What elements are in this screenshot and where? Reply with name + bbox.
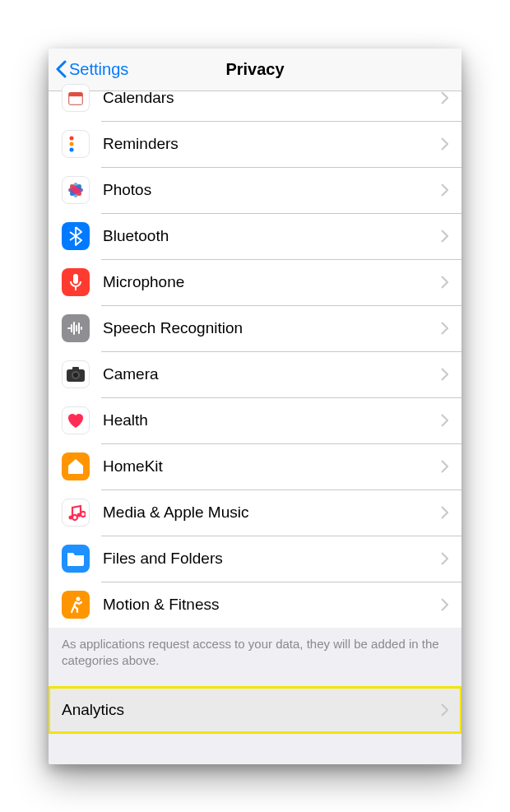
row-calendars[interactable]: Calendars	[49, 75, 461, 121]
row-label: Media & Apple Music	[103, 503, 428, 522]
row-label: Reminders	[103, 135, 428, 153]
chevron-right-icon	[441, 276, 448, 289]
row-label: Health	[103, 411, 428, 429]
chevron-right-icon	[441, 91, 448, 104]
svg-rect-1	[69, 92, 83, 96]
chevron-right-icon	[441, 137, 448, 151]
row-microphone[interactable]: Microphone	[49, 259, 461, 305]
health-icon	[62, 406, 90, 434]
chevron-right-icon	[441, 322, 448, 335]
homekit-icon	[62, 452, 90, 480]
row-speech-recognition[interactable]: Speech Recognition	[49, 305, 461, 351]
calendar-icon	[62, 84, 90, 112]
row-analytics[interactable]: Analytics	[49, 687, 461, 733]
privacy-permissions-list: Calendars Reminders	[49, 75, 461, 628]
chevron-right-icon	[441, 183, 448, 197]
row-motion-fitness[interactable]: Motion & Fitness	[49, 582, 461, 628]
chevron-right-icon	[441, 414, 448, 427]
chevron-right-icon	[441, 368, 448, 381]
svg-point-4	[70, 147, 74, 151]
row-label: Analytics	[62, 701, 441, 719]
row-label: Motion & Fitness	[103, 596, 428, 614]
row-label: Bluetooth	[103, 227, 428, 245]
microphone-icon	[62, 268, 90, 296]
chevron-right-icon	[441, 230, 448, 243]
svg-point-20	[76, 596, 81, 601]
row-media-apple-music[interactable]: Media & Apple Music	[49, 490, 461, 536]
row-label: HomeKit	[103, 457, 428, 476]
privacy-settings-screen: Settings Privacy Calendars Reminders	[49, 49, 461, 764]
svg-point-19	[77, 513, 81, 517]
row-files-and-folders[interactable]: Files and Folders	[49, 536, 461, 582]
row-label: Calendars	[103, 89, 428, 107]
svg-rect-17	[72, 367, 79, 370]
footer-note: As applications request access to your d…	[49, 628, 461, 688]
svg-point-16	[73, 373, 78, 378]
row-label: Files and Folders	[103, 550, 428, 568]
camera-icon	[62, 360, 90, 388]
row-photos[interactable]: Photos	[49, 167, 461, 213]
svg-point-2	[70, 136, 74, 140]
row-label: Camera	[103, 365, 428, 383]
svg-point-3	[70, 142, 74, 146]
row-homekit[interactable]: HomeKit	[49, 443, 461, 490]
speech-icon	[62, 314, 90, 342]
bluetooth-icon	[62, 222, 90, 250]
reminders-icon	[62, 130, 90, 158]
chevron-right-icon	[441, 598, 448, 611]
row-health[interactable]: Health	[49, 397, 461, 443]
svg-rect-13	[73, 274, 78, 284]
analytics-group: Analytics	[49, 687, 461, 733]
row-label: Speech Recognition	[103, 319, 428, 337]
row-camera[interactable]: Camera	[49, 351, 461, 397]
files-icon	[62, 545, 90, 573]
chevron-right-icon	[441, 506, 448, 519]
row-label: Photos	[103, 181, 428, 199]
row-label: Microphone	[103, 273, 428, 291]
row-bluetooth[interactable]: Bluetooth	[49, 213, 461, 259]
chevron-right-icon	[441, 460, 448, 473]
svg-point-18	[69, 515, 73, 519]
chevron-right-icon	[441, 703, 448, 717]
row-reminders[interactable]: Reminders	[49, 121, 461, 167]
media-icon	[62, 499, 90, 527]
photos-icon	[62, 176, 90, 204]
chevron-right-icon	[441, 552, 448, 565]
motion-icon	[62, 591, 90, 619]
